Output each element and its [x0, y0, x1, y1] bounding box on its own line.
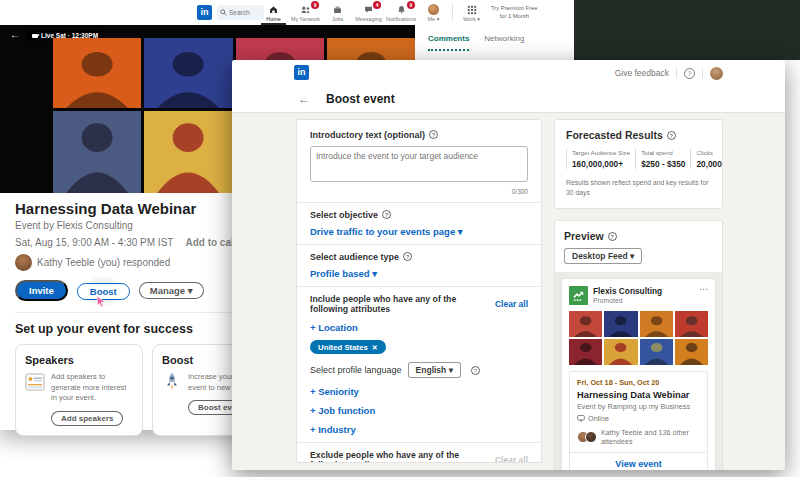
info-icon[interactable]: ?	[608, 232, 617, 241]
ad-portrait	[569, 339, 602, 365]
info-icon[interactable]: ?	[471, 366, 480, 375]
promoted-label: Promoted	[593, 297, 694, 304]
ad-event-byline: Event by Ramping up my Business	[577, 402, 700, 411]
location-pill-united-states[interactable]: United States✕	[310, 340, 386, 354]
add-industry-link[interactable]: + Industry	[310, 424, 528, 435]
sponsored-ad-card: Flexis Consulting Promoted ⋯	[562, 279, 715, 470]
divider	[297, 244, 541, 245]
background-dark-region	[574, 0, 800, 60]
back-arrow-icon[interactable]: ←	[10, 29, 20, 40]
add-job-function-link[interactable]: + Job function	[310, 405, 528, 416]
give-feedback-link[interactable]: Give feedback	[615, 68, 669, 78]
try-premium-link[interactable]: Try Premium Free for 1 Month	[487, 0, 542, 25]
modal-header: in Give feedback ?	[232, 60, 785, 86]
nav-item-notifications[interactable]: 9 Notifications	[384, 0, 418, 25]
nav-item-home[interactable]: Home	[258, 0, 289, 25]
forecast-note: Results shown reflect spend and key resu…	[566, 178, 711, 198]
ad-portrait	[640, 339, 673, 365]
exclude-heading: Exclude people who have any of the follo…	[310, 450, 488, 463]
messaging-badge: 4	[373, 1, 381, 9]
stat-clicks: Clicks 20,000	[690, 149, 726, 169]
search-box[interactable]	[217, 5, 264, 20]
nav-item-label: Jobs	[332, 16, 344, 22]
user-avatar[interactable]	[710, 67, 723, 80]
stat-total-spend: Total spend $250 - $350	[635, 149, 690, 169]
ad-preview-area: Flexis Consulting Promoted ⋯	[555, 272, 722, 470]
info-icon[interactable]: ?	[429, 130, 438, 139]
stat-value: 160,000,000+	[572, 159, 630, 169]
speaker-portrait	[53, 38, 141, 108]
search-input[interactable]	[229, 9, 261, 16]
linkedin-logo[interactable]: in	[197, 5, 212, 20]
live-side-panel: Comments Networking	[415, 25, 574, 60]
attendee-avatar	[585, 431, 597, 443]
speakers-card-title: Speakers	[25, 354, 133, 366]
info-icon[interactable]: ?	[667, 131, 676, 140]
view-event-button[interactable]: View event	[570, 452, 707, 470]
attendee-avatar	[15, 254, 32, 271]
nav-item-my-network[interactable]: 9 My Network	[289, 0, 322, 25]
intro-text-label: Introductory text (optional)?	[310, 130, 528, 140]
objective-select[interactable]: Drive traffic to your events page ▾	[310, 226, 528, 237]
attendee-facepile	[577, 431, 597, 443]
stat-label: Target Audience Size	[572, 149, 630, 156]
responded-text: Kathy Teeble (you) responded	[37, 257, 170, 268]
nav-item-label: Home	[266, 16, 281, 22]
screenshot-canvas: in Home 9 My Network Jobs	[0, 0, 800, 477]
help-icon[interactable]: ?	[684, 68, 695, 79]
manage-button[interactable]: Manage ▾	[139, 282, 204, 299]
info-icon[interactable]: ?	[403, 252, 412, 261]
ad-online-label: Online	[588, 414, 609, 423]
tab-comments[interactable]: Comments	[428, 34, 469, 51]
include-heading: Include people who have any of the follo…	[310, 294, 488, 314]
ad-portrait	[675, 339, 708, 365]
nav-items: Home 9 My Network Jobs 4 Messaging	[258, 0, 542, 25]
stat-label: Total spend	[641, 149, 685, 156]
clear-all-exclude-button[interactable]: Clear all	[495, 455, 528, 463]
nav-item-label: Notifications	[386, 16, 416, 22]
ad-portrait	[604, 339, 637, 365]
divider	[297, 202, 541, 203]
remove-pill-icon[interactable]: ✕	[372, 344, 378, 351]
stat-value: 20,000	[696, 159, 721, 169]
preview-title: Preview?	[564, 230, 713, 242]
preview-panel: Preview? Desktop Feed ▾ Flexis Consultin…	[554, 220, 723, 470]
add-seniority-link[interactable]: + Seniority	[310, 386, 528, 397]
nav-item-jobs[interactable]: Jobs	[322, 0, 353, 25]
nav-item-me[interactable]: Me ▾	[418, 0, 449, 25]
panel-tabs: Comments Networking	[415, 25, 574, 51]
jobs-icon	[332, 4, 343, 15]
nav-item-label: My Network	[291, 16, 320, 22]
info-icon[interactable]: ?	[382, 210, 391, 219]
speakers-card: Speakers Add speakers to generate more i…	[15, 344, 143, 436]
boost-button-wrap: Boost	[77, 281, 130, 300]
back-arrow-icon[interactable]: ←	[298, 92, 310, 106]
intro-text-area[interactable]	[310, 146, 528, 182]
tab-networking[interactable]: Networking	[484, 34, 524, 51]
nav-divider	[452, 4, 453, 21]
premium-line-1: Try Premium Free	[491, 5, 538, 13]
ad-event-box: Fri, Oct 18 - Sun, Oct 20 Harnessing Dat…	[569, 371, 708, 470]
clear-all-include-button[interactable]: Clear all	[495, 299, 528, 309]
more-options-icon[interactable]: ⋯	[699, 286, 708, 292]
invite-button[interactable]: Invite	[15, 280, 68, 301]
right-column: Forecasted Results? Target Audience Size…	[554, 119, 723, 470]
add-location-link[interactable]: + Location	[310, 322, 528, 333]
speaker-portrait	[53, 111, 141, 193]
nav-item-messaging[interactable]: 4 Messaging	[353, 0, 384, 25]
forecasted-results-card: Forecasted Results? Target Audience Size…	[554, 119, 723, 209]
boost-event-modal: in Give feedback ? ← Boost event Introdu…	[232, 60, 785, 470]
global-nav: in Home 9 My Network Jobs	[0, 0, 574, 25]
nav-item-work[interactable]: Work ▾	[456, 0, 487, 25]
preview-device-select[interactable]: Desktop Feed ▾	[564, 248, 642, 264]
advertiser-name[interactable]: Flexis Consulting	[593, 286, 694, 296]
stat-label: Clicks	[696, 149, 721, 156]
divider	[297, 442, 541, 443]
home-icon	[268, 4, 279, 15]
language-select[interactable]: English ▾	[408, 362, 461, 378]
nav-item-label: Me ▾	[428, 16, 440, 22]
ad-image-collage	[569, 311, 708, 365]
add-speakers-button[interactable]: Add speakers	[51, 411, 123, 426]
audience-type-select[interactable]: Profile based ▾	[310, 268, 528, 279]
premium-line-2: for 1 Month	[500, 13, 529, 21]
